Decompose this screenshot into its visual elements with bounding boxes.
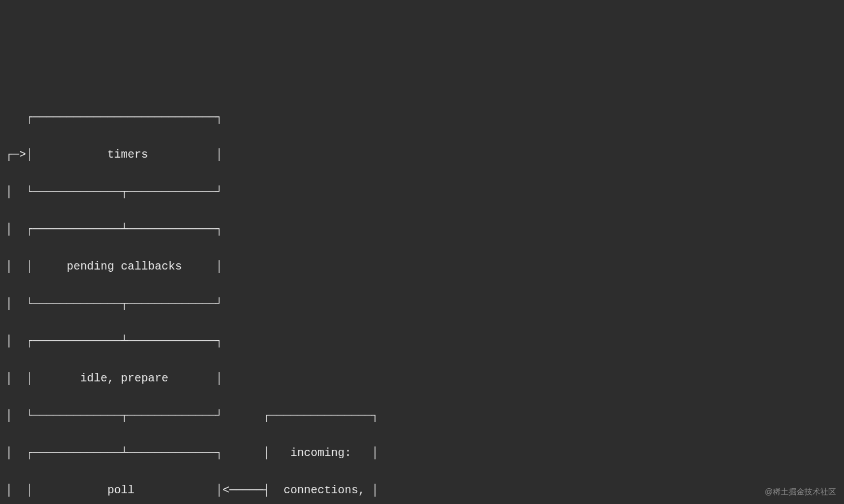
ascii-line: ┌───────────────────────────┐ (6, 108, 838, 127)
watermark-text: @稀土掘金技术社区 (765, 485, 836, 498)
ascii-line-poll-connections: │ │ poll │<─────┤ connections, │ (6, 481, 838, 499)
ascii-line: │ └─────────────┬─────────────┘ (6, 294, 838, 313)
ascii-line-timers: ┌─>│ timers │ (6, 145, 838, 164)
ascii-line-pending-callbacks: │ │ pending callbacks │ (6, 257, 838, 276)
event-loop-diagram: ┌───────────────────────────┐ ┌─>│ timer… (6, 89, 838, 504)
ascii-line-idle-prepare: │ │ idle, prepare │ (6, 369, 838, 388)
ascii-line: │ └─────────────┬─────────────┘ (6, 183, 838, 201)
ascii-line: │ ┌─────────────┴─────────────┐ (6, 332, 838, 350)
ascii-line-incoming: │ ┌─────────────┴─────────────┐ │ incomi… (6, 444, 838, 462)
ascii-line: │ └─────────────┬─────────────┘ ┌───────… (6, 406, 838, 425)
ascii-line: │ ┌─────────────┴─────────────┐ (6, 220, 838, 238)
